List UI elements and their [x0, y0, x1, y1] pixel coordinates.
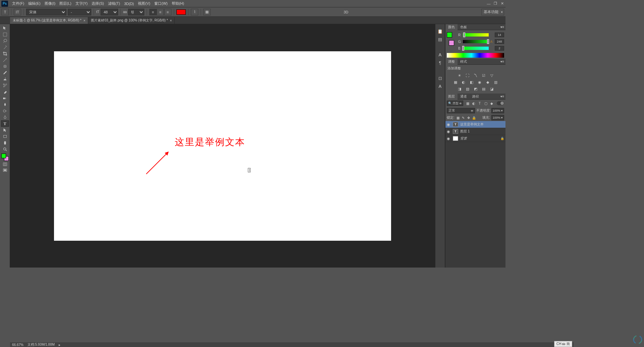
gamut-warning-icon[interactable]: ⚠	[490, 40, 493, 43]
dodge-tool[interactable]	[1, 108, 9, 114]
menu-image[interactable]: 图像(I)	[43, 0, 57, 7]
eraser-tool[interactable]	[1, 89, 9, 95]
align-left-button[interactable]: ≡	[149, 9, 157, 15]
character-panel-icon[interactable]: A	[437, 52, 443, 58]
menu-edit[interactable]: 编辑(E)	[26, 0, 43, 7]
styles-tab[interactable]: 样式	[458, 59, 470, 65]
paragraph-panel-icon[interactable]: ¶	[437, 60, 443, 66]
color-tab[interactable]: 颜色	[445, 24, 458, 30]
swatches-tab[interactable]: 色板	[458, 24, 470, 30]
menu-help[interactable]: 帮助(H)	[170, 0, 186, 7]
align-right-button[interactable]: ≡	[164, 9, 171, 15]
r-slider[interactable]	[463, 33, 489, 37]
menu-window[interactable]: 窗口(W)	[152, 0, 170, 7]
screen-mode-button[interactable]	[1, 168, 9, 173]
lock-transparency-icon[interactable]: ▦	[456, 116, 460, 120]
history-panel-icon[interactable]: 📋	[437, 28, 443, 34]
text-orientation-button[interactable]: IT	[14, 9, 21, 15]
fill-value[interactable]: 100% ▾	[491, 115, 504, 120]
gradientmap-icon[interactable]: ▤	[481, 86, 486, 92]
minimize-button[interactable]: —	[485, 1, 492, 6]
color-swatches[interactable]	[1, 154, 9, 161]
eyedropper-tool[interactable]	[1, 57, 9, 63]
filter-shape-icon[interactable]: ▢	[483, 101, 488, 106]
layer-thumbnail[interactable]	[453, 136, 458, 141]
opacity-value[interactable]: 100% ▾	[491, 108, 504, 113]
foreground-color-swatch[interactable]	[1, 154, 6, 158]
filter-type-icon[interactable]: T	[477, 101, 482, 106]
posterize-icon[interactable]: ▧	[465, 86, 470, 92]
font-family-select[interactable]: 宋体	[26, 9, 66, 15]
adjustments-tab[interactable]: 调整	[445, 59, 458, 65]
3d-mode-label[interactable]: 3D	[212, 10, 480, 14]
photofilter-icon[interactable]: ◉	[477, 79, 482, 85]
gradient-tool[interactable]	[1, 95, 9, 101]
panel-fg-swatch[interactable]	[447, 32, 452, 38]
antialias-select[interactable]: 锐利	[128, 9, 144, 15]
workspace-switcher[interactable]: 基本功能	[481, 9, 504, 15]
crop-tool[interactable]	[1, 50, 9, 57]
panel-menu-icon[interactable]: ▾≡	[499, 25, 505, 29]
tool-preset-button[interactable]: T	[1, 9, 9, 15]
path-selection-tool[interactable]	[1, 127, 9, 133]
paragraph-styles-icon[interactable]: A	[437, 83, 443, 89]
panel-bg-swatch[interactable]	[449, 40, 454, 46]
history-brush-tool[interactable]	[1, 82, 9, 89]
brush-tool[interactable]	[1, 69, 9, 76]
canvas-viewport[interactable]: 这里是举例文本	[10, 24, 435, 268]
curves-icon[interactable]: 〽	[473, 73, 478, 78]
threshold-icon[interactable]: ◩	[473, 86, 478, 92]
filter-toggle[interactable]	[497, 101, 504, 105]
channels-tab[interactable]: 通道	[458, 94, 470, 100]
character-styles-icon[interactable]: ⊡	[437, 75, 443, 81]
bw-icon[interactable]: ◧	[469, 79, 474, 85]
layer-item[interactable]: ◉ 背景 🔒	[445, 135, 505, 142]
type-tool[interactable]: T	[1, 120, 9, 127]
warp-text-button[interactable]: ⌇	[191, 9, 198, 15]
filter-pixel-icon[interactable]: ▦	[465, 101, 470, 106]
close-button[interactable]: ✕	[499, 1, 505, 6]
healing-brush-tool[interactable]	[1, 63, 9, 69]
invert-icon[interactable]: ◨	[457, 86, 462, 92]
layer-name[interactable]: 背景	[460, 136, 498, 141]
tab-close-icon[interactable]: ×	[170, 19, 172, 22]
document-tab[interactable]: 图片素材03_副本.png @ 100% (举例文字, RGB/8) * ×	[88, 17, 175, 24]
lasso-tool[interactable]	[1, 38, 9, 44]
visibility-icon[interactable]: ◉	[447, 129, 451, 134]
b-slider[interactable]	[463, 47, 489, 50]
maximize-button[interactable]: ❐	[492, 1, 499, 6]
document-canvas[interactable]: 这里是举例文本	[54, 51, 391, 241]
b-value[interactable]: 2	[495, 46, 504, 51]
lock-position-icon[interactable]: ✥	[467, 116, 471, 120]
blur-tool[interactable]	[1, 101, 9, 108]
lock-pixels-icon[interactable]: ✎	[461, 116, 466, 120]
paths-tab[interactable]: 路径	[470, 94, 482, 100]
zoom-tool[interactable]	[1, 146, 9, 152]
menu-layer[interactable]: 图层(L)	[57, 0, 73, 7]
layer-item[interactable]: ◉ T 这里是举例文本	[445, 121, 505, 128]
visibility-icon[interactable]: ◉	[447, 136, 451, 141]
character-panel-button[interactable]: ▦	[203, 9, 211, 15]
layers-tab[interactable]: 图层	[445, 94, 458, 100]
colorbalance-icon[interactable]: ◐	[461, 79, 466, 85]
actions-panel-icon[interactable]: ▤	[437, 36, 443, 42]
g-slider[interactable]	[463, 40, 489, 43]
filter-smart-icon[interactable]: ◆	[489, 101, 494, 106]
r-value[interactable]: 14	[495, 33, 504, 37]
pen-tool[interactable]	[1, 114, 9, 120]
clone-stamp-tool[interactable]	[1, 76, 9, 82]
menu-file[interactable]: 文件(F)	[10, 0, 26, 7]
layer-name[interactable]: 这里是举例文本	[460, 122, 504, 127]
menu-filter[interactable]: 滤镜(T)	[106, 0, 122, 7]
align-center-button[interactable]: ≡	[157, 9, 164, 15]
g-value[interactable]: 248	[495, 39, 504, 44]
quick-mask-button[interactable]	[1, 162, 9, 167]
font-size-select[interactable]: 48 点	[101, 9, 118, 15]
shape-tool[interactable]	[1, 133, 9, 139]
menu-3d[interactable]: 3D(D)	[122, 1, 136, 6]
move-tool[interactable]	[1, 25, 9, 31]
colorlookup-icon[interactable]: ▥	[493, 79, 498, 85]
menu-view[interactable]: 视图(V)	[136, 0, 152, 7]
blend-mode-select[interactable]: 正常≑	[447, 108, 475, 113]
levels-icon[interactable]: ⛶	[465, 73, 470, 78]
